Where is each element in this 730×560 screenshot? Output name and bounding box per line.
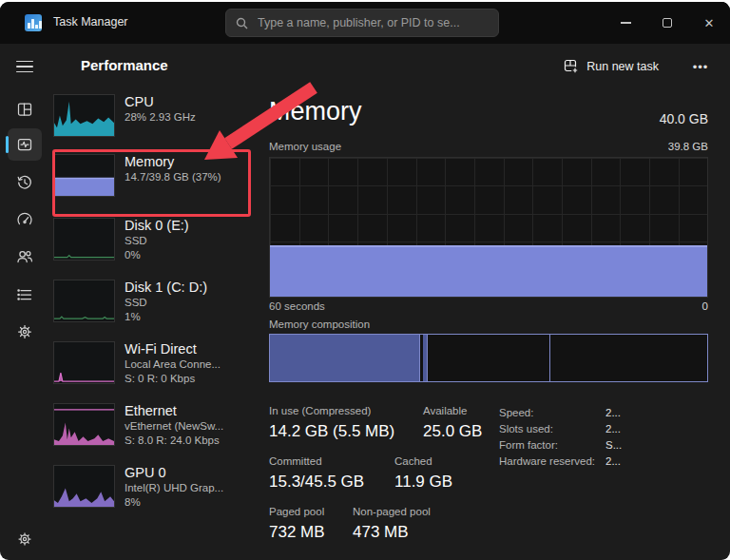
- memory-usage-graph: [269, 157, 708, 298]
- window-controls: ✕: [605, 2, 730, 44]
- settings-button[interactable]: [8, 523, 42, 555]
- paged-pool-label: Paged pool: [269, 505, 353, 519]
- nonpaged-pool-label: Non-paged pool: [353, 505, 431, 519]
- page-title: Performance: [81, 57, 168, 73]
- perf-item-title: Ethernet: [125, 403, 223, 419]
- hardware-reserved-label: Hardware reserved:: [499, 455, 605, 467]
- performance-sidebar-list: CPU 28% 2.93 GHz Memory 14.7/39.8 GB (37…: [53, 94, 257, 527]
- perf-item-sub: SSD: [125, 234, 189, 248]
- cpu-mini-graph: [53, 94, 115, 137]
- cached-value: 11.9 GB: [394, 471, 452, 492]
- perf-item-sub: Local Area Conne...: [125, 357, 221, 372]
- form-factor-value: S...: [605, 439, 622, 451]
- memory-usage-area: [270, 245, 707, 297]
- perf-item-title: Disk 0 (E:): [125, 218, 189, 234]
- perf-item-sub: vEthernet (NewSw...: [125, 419, 223, 434]
- usage-graph-max: 39.8 GB: [668, 141, 708, 152]
- perf-item-title: Memory: [125, 154, 221, 170]
- titlebar: Task Manager ✕: [0, 2, 730, 44]
- perf-item-sub: Intel(R) UHD Grap...: [125, 481, 223, 495]
- hardware-reserved-value: 2...: [605, 455, 621, 467]
- perf-item-memory[interactable]: Memory 14.7/39.8 GB (37%): [53, 154, 257, 197]
- users-icon: [16, 248, 33, 265]
- disk0-mini-graph: [53, 218, 115, 261]
- sidebar-item-startup-apps[interactable]: [8, 203, 42, 236]
- app-history-icon: [16, 174, 33, 191]
- memory-total: 40.0 GB: [660, 111, 708, 126]
- speed-label: Speed:: [499, 407, 605, 418]
- perf-item-disk1[interactable]: Disk 1 (C: D:) SSD 1%: [53, 280, 257, 324]
- perf-item-disk0[interactable]: Disk 0 (E:) SSD 0%: [53, 218, 257, 262]
- settings-gear-icon: [16, 531, 33, 548]
- sidebar-item-performance[interactable]: [8, 128, 42, 161]
- perf-item-sub: 14.7/39.8 GB (37%): [125, 170, 221, 184]
- selected-indicator: [6, 136, 9, 153]
- maximize-icon: [663, 18, 672, 28]
- ethernet-mini-graph: [53, 403, 115, 446]
- processes-icon: [16, 101, 33, 118]
- composition-segment-in-use: [270, 335, 420, 381]
- hamburger-menu-button[interactable]: [14, 56, 35, 77]
- perf-item-title: CPU: [125, 94, 196, 110]
- close-button[interactable]: ✕: [688, 2, 730, 44]
- perf-item-sub: S: 8.0 R: 24.0 Kbps: [125, 434, 223, 448]
- run-new-task-button[interactable]: Run new task: [554, 52, 668, 81]
- gpu-mini-graph: [53, 465, 115, 508]
- memory-mini-graph: [53, 154, 115, 197]
- disk1-mini-graph: [53, 280, 115, 322]
- in-use-value: 14.2 GB (5.5 MB): [269, 420, 423, 442]
- app-logo-icon: [25, 14, 42, 31]
- sidebar-item-details[interactable]: [8, 279, 42, 311]
- composition-label: Memory composition: [269, 319, 370, 330]
- perf-item-gpu0[interactable]: GPU 0 Intel(R) UHD Grap... 8%: [53, 465, 257, 510]
- app-title: Task Manager: [53, 15, 128, 29]
- memory-stats: In use (Compressed) 14.2 GB (5.5 MB) Ava…: [269, 404, 497, 555]
- perf-item-title: GPU 0: [125, 465, 223, 481]
- composition-segment-standby: [428, 335, 550, 381]
- search-box[interactable]: [225, 9, 499, 37]
- available-value: 25.0 GB: [423, 420, 482, 442]
- perf-item-wifi-direct[interactable]: Wi-Fi Direct Local Area Conne... S: 0 R:…: [53, 341, 257, 386]
- nonpaged-pool-value: 473 MB: [353, 521, 431, 543]
- in-use-label: In use (Compressed): [269, 404, 423, 418]
- wifi-mini-graph: [53, 341, 115, 384]
- perf-item-sub: S: 0 R: 0 Kbps: [125, 372, 221, 386]
- committed-value: 15.3/45.5 GB: [269, 471, 394, 492]
- sidebar-item-services[interactable]: [8, 316, 42, 348]
- page-header: Performance Run new task •••: [0, 44, 730, 89]
- perf-item-title: Disk 1 (C: D:): [125, 280, 207, 296]
- more-options-button[interactable]: •••: [684, 55, 717, 78]
- sidebar-item-processes[interactable]: [8, 93, 42, 126]
- form-factor-label: Form factor:: [499, 439, 605, 451]
- search-input[interactable]: [256, 15, 489, 30]
- startup-apps-icon: [16, 211, 33, 228]
- close-icon: ✕: [704, 17, 715, 29]
- perf-item-cpu[interactable]: CPU 28% 2.93 GHz: [53, 94, 257, 137]
- usage-graph-label: Memory usage: [269, 141, 341, 152]
- composition-segment-free: [550, 335, 707, 381]
- run-new-task-label: Run new task: [586, 60, 659, 73]
- perf-item-sub: 8%: [125, 495, 223, 510]
- maximize-button[interactable]: [646, 2, 688, 44]
- navigation-rail: [0, 89, 49, 560]
- sidebar-item-users[interactable]: [8, 241, 42, 273]
- time-axis-left: 60 seconds: [269, 300, 325, 312]
- slots-used-value: 2...: [605, 423, 621, 434]
- run-new-task-icon: [564, 59, 579, 74]
- minimize-button[interactable]: [605, 2, 646, 44]
- memory-composition-bar: [269, 334, 708, 382]
- time-axis-right: 0: [702, 300, 708, 312]
- perf-item-sub: 0%: [125, 248, 189, 262]
- sidebar-item-app-history[interactable]: [8, 166, 42, 199]
- paged-pool-value: 732 MB: [269, 521, 353, 543]
- cached-label: Cached: [394, 454, 452, 469]
- perf-item-title: Wi-Fi Direct: [125, 341, 221, 357]
- slots-used-label: Slots used:: [499, 423, 605, 434]
- committed-label: Committed: [269, 454, 394, 469]
- perf-item-ethernet[interactable]: Ethernet vEthernet (NewSw... S: 8.0 R: 2…: [53, 403, 257, 448]
- performance-icon: [16, 136, 33, 153]
- perf-item-sub: 28% 2.93 GHz: [125, 110, 196, 125]
- details-icon: [16, 286, 33, 303]
- speed-value: 2...: [605, 407, 621, 418]
- available-label: Available: [423, 404, 482, 418]
